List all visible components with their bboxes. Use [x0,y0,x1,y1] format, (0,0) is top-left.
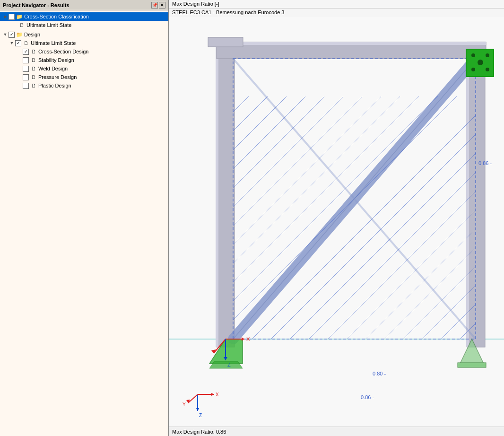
canvas-area[interactable]: X Z X [169,17,504,427]
label-stability-design: Stability Design [38,57,74,63]
checkbox-cross-section-design[interactable] [23,49,29,55]
view-header: Max Design Ratio [-] [169,0,504,9]
left-panel: Project Navigator - Results 📌 ✕ ▶ 📁 Cros… [0,0,169,436]
checkbox-design[interactable] [9,32,15,38]
view-subtitle: STEEL EC3 CA1 - Bemessung nach Eurocode … [169,9,504,17]
tree-item-pressure-design[interactable]: ▶ 🗋 Pressure Design [0,73,168,81]
expander-uls-design[interactable]: ▼ [9,40,15,46]
folder-icon-cross-section-classification: 📁 [16,13,23,20]
subdoc-icon-pd: 🗋 [30,73,37,81]
tree-item-ultimate-limit-state-design[interactable]: ▼ 🗋 Ultimate Limit State [0,39,168,47]
tree-item-plastic-design[interactable]: ▶ 🗋 Plastic Design [0,81,168,90]
svg-point-42 [478,60,483,65]
view-subtitle-text: STEEL EC3 CA1 - Bemessung nach Eurocode … [172,9,284,15]
checkbox-stability-design[interactable] [23,57,29,63]
doc-icon-uls-design: 🗋 [22,39,30,47]
tree-item-ultimate-limit-state-top[interactable]: ▶ 🗋 Ultimate Limit State [0,21,168,29]
panel-header: Project Navigator - Results 📌 ✕ [0,0,168,10]
label-weld-design: Weld Design [38,66,68,71]
checkbox-cross-section-classification[interactable] [9,14,15,20]
svg-text:Y: Y [182,402,186,407]
svg-text:0.80 -: 0.80 - [373,371,386,376]
tree-item-design[interactable]: ▼ 📁 Design [0,30,168,39]
label-pressure-design: Pressure Design [38,74,77,80]
svg-rect-2 [217,42,235,347]
svg-rect-3 [216,42,218,347]
pin-button[interactable]: 📌 [151,2,158,9]
tree-item-weld-design[interactable]: ▶ 🗋 Weld Design [0,64,168,73]
subdoc-icon-csd: 🗋 [30,48,37,55]
panel-header-controls: 📌 ✕ [151,2,165,9]
folder-icon-design: 📁 [16,31,23,38]
label-design: Design [24,32,40,37]
svg-text:Z: Z [199,413,202,418]
tree-item-stability-design[interactable]: ▶ 🗋 Stability Design [0,56,168,64]
svg-text:Z: Z [227,362,231,367]
svg-text:0.86 -: 0.86 - [478,160,492,166]
svg-text:X: X [216,392,219,397]
panel-title: Project Navigator - Results [3,2,70,8]
right-panel: Max Design Ratio [-] STEEL EC3 CA1 - Bem… [169,0,504,436]
svg-rect-7 [217,42,486,45]
label-ultimate-limit-state-top: Ultimate Limit State [26,22,71,28]
tree-item-cross-section-classification[interactable]: ▶ 📁 Cross-Section Classification [0,12,168,21]
svg-rect-8 [208,37,243,47]
svg-rect-5 [466,42,469,347]
status-text: Max Design Ratio: 0.86 [172,429,226,435]
checkbox-weld-design[interactable] [23,66,29,72]
label-ultimate-limit-state-design: Ultimate Limit State [31,40,76,46]
svg-point-40 [471,68,475,71]
expander-cross-section-classification[interactable]: ▶ [2,13,9,20]
subdoc-icon-pld: 🗋 [30,82,37,89]
svg-text:X: X [246,336,250,342]
checkbox-uls-design[interactable] [15,40,21,46]
svg-point-38 [471,53,475,57]
svg-rect-46 [458,363,486,367]
label-cross-section-classification: Cross-Section Classification [24,14,89,19]
subdoc-icon-wd: 🗋 [30,65,37,72]
svg-text:0.86 -: 0.86 - [361,394,374,400]
svg-point-39 [486,53,489,57]
view-title: Max Design Ratio [-] [172,1,219,7]
checkbox-plastic-design[interactable] [23,83,29,89]
doc-icon-uls-top: 🗋 [18,21,26,29]
tree-container[interactable]: ▶ 📁 Cross-Section Classification ▶ 🗋 Ult… [0,10,168,436]
checkbox-pressure-design[interactable] [23,74,29,80]
svg-point-41 [486,68,489,71]
svg-rect-4 [467,42,485,347]
label-plastic-design: Plastic Design [38,83,71,88]
status-bar: Max Design Ratio: 0.86 [169,427,504,436]
close-button[interactable]: ✕ [159,2,165,9]
subdoc-icon-sd: 🗋 [30,56,37,64]
expander-design[interactable]: ▼ [2,31,9,38]
structure-svg: X Z X [169,17,504,427]
content-area: Project Navigator - Results 📌 ✕ ▶ 📁 Cros… [0,0,504,436]
svg-marker-44 [209,361,243,368]
tree-item-cross-section-design[interactable]: ▶ 🗋 Cross-Section Design [0,47,168,56]
main-container: Project Navigator - Results 📌 ✕ ▶ 📁 Cros… [0,0,504,436]
label-cross-section-design: Cross-Section Design [38,49,88,54]
